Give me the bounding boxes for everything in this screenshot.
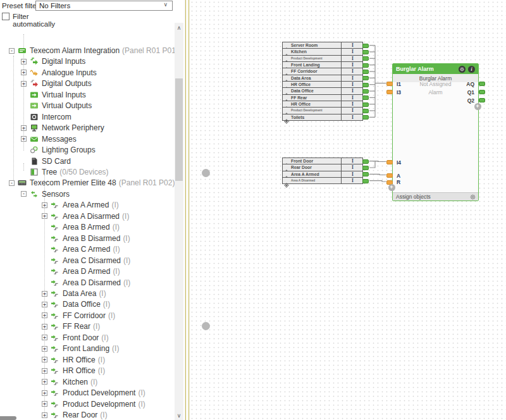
collapse-toggle[interactable]: - <box>9 48 15 54</box>
tree-item-area-c-armed[interactable]: Area C Armed(I) <box>0 244 175 254</box>
tree-item-tree[interactable]: Tree(0/50 Devices) <box>0 166 175 177</box>
output-connector[interactable] <box>362 115 369 120</box>
tree-item-sd-card[interactable]: SD Card <box>0 156 175 166</box>
tree-item-rear-door[interactable]: +Rear Door(I) <box>0 409 175 420</box>
tree-item-ff-rear[interactable]: +FF Rear(I) <box>0 321 175 332</box>
tree-item-virtual-inputs[interactable]: Virtual Inputs <box>0 89 175 100</box>
tree-item-lighting-groups[interactable]: Lighting Groups <box>0 144 175 155</box>
sensor-node-area-a-disarmed[interactable]: Area A DisarmedI <box>282 177 363 184</box>
tree-item-product-development[interactable]: +Product Development(I) <box>0 398 175 409</box>
wire[interactable] <box>369 174 386 175</box>
tree-item-network-periphery[interactable]: +Network Periphery <box>0 122 175 133</box>
output-connector[interactable] <box>362 76 369 80</box>
expand-toggle[interactable]: + <box>21 125 27 131</box>
tree-item-sensors[interactable]: -Sensors <box>0 188 175 199</box>
logic-canvas[interactable]: Server RoomIKitchenIProduct DevelopmentI… <box>190 0 506 420</box>
wire[interactable] <box>369 161 378 168</box>
scroll-up-arrow-icon[interactable]: ∧ <box>175 23 183 32</box>
input-connector-i1[interactable] <box>386 82 393 86</box>
collapse-toggle[interactable]: - <box>9 180 15 186</box>
tree-item-analogue-inputs[interactable]: +Analogue Inputs <box>0 67 175 78</box>
tree-item-area-c-disarmed[interactable]: Area C Disarmed(I) <box>0 255 175 266</box>
expand-toggle[interactable]: + <box>21 81 27 87</box>
output-connector[interactable] <box>362 159 369 164</box>
expand-toggle[interactable]: + <box>42 302 47 307</box>
output-connector[interactable] <box>362 83 369 87</box>
tree-item-product-development[interactable]: +Product Development(I) <box>0 387 175 398</box>
wire[interactable] <box>369 181 386 182</box>
output-connector-q1[interactable] <box>479 90 485 94</box>
tree-item-area-a-armed[interactable]: +Area A Armed(I) <box>0 200 175 211</box>
collapse-toggle[interactable]: - <box>21 191 27 197</box>
burglar-alarm-block[interactable]: Burglar Alarm i Burglar Alarm I1Not Assi… <box>392 63 479 201</box>
expand-toggle[interactable]: + <box>42 202 47 208</box>
expand-toggle[interactable]: + <box>42 335 47 340</box>
expand-toggle[interactable]: + <box>42 213 47 219</box>
add-output-button[interactable]: + <box>474 103 481 110</box>
preset-filters-select[interactable]: No Filters ∨ <box>35 1 173 11</box>
expand-toggle[interactable]: + <box>42 379 47 385</box>
output-connector[interactable] <box>362 56 369 61</box>
expand-toggle[interactable]: + <box>42 390 47 396</box>
expand-toggle[interactable]: + <box>42 291 47 297</box>
tree-item-area-d-disarmed[interactable]: Area D Disarmed(I) <box>0 277 175 288</box>
tree-item-digital-outputs[interactable]: +Digital Outputs <box>0 78 175 89</box>
tree-item-texecom-alarm-integration[interactable]: -Texecom Alarm Integration(Panel R01 P01… <box>0 45 175 56</box>
tree-item-area-b-armed[interactable]: Area B Armed(I) <box>0 222 175 233</box>
output-connector[interactable] <box>362 96 369 100</box>
output-connector[interactable] <box>362 44 369 48</box>
tree-item-kitchen[interactable]: +Kitchen(I) <box>0 376 175 387</box>
tree-item-area-b-disarmed[interactable]: Area B Disarmed(I) <box>0 233 175 244</box>
output-connector[interactable] <box>362 172 369 176</box>
output-connector[interactable] <box>362 89 369 94</box>
tree-scrollbar[interactable]: ∧ ∨ <box>175 23 183 420</box>
scrollbar-thumb[interactable] <box>175 78 183 181</box>
tree-item-hr-office[interactable]: +HR Office(I) <box>0 354 175 365</box>
output-connector[interactable] <box>362 179 369 183</box>
scroll-down-arrow-icon[interactable]: ∨ <box>175 411 183 420</box>
output-connector[interactable] <box>362 70 369 74</box>
tree-item-intercom[interactable]: Intercom <box>0 111 175 122</box>
block-settings-button[interactable] <box>459 66 466 73</box>
expand-toggle[interactable]: + <box>42 346 47 352</box>
expand-toggle[interactable]: + <box>21 136 27 142</box>
expand-toggle[interactable]: + <box>42 312 47 318</box>
tree-item-area-d-armed[interactable]: Area D Armed(I) <box>0 266 175 276</box>
assign-objects-bar[interactable]: Assign objects <box>393 192 478 201</box>
tree-item-texecom-premier-elite-48[interactable]: -Texecom Premier Elite 48(Panel R01 P02) <box>0 178 175 188</box>
tree-item-data-area[interactable]: +Data Area(I) <box>0 288 175 299</box>
sensor-node-toilets[interactable]: ToiletsI <box>282 114 363 121</box>
input-connector-a[interactable] <box>386 173 393 178</box>
block-info-button[interactable]: i <box>468 66 475 73</box>
expand-toggle[interactable]: + <box>42 401 47 407</box>
tree-item-area-a-disarmed[interactable]: +Area A Disarmed(I) <box>0 211 175 221</box>
expand-toggle[interactable]: + <box>42 357 47 362</box>
input-connector-i3[interactable] <box>386 90 393 94</box>
input-connector-i4[interactable] <box>386 160 393 164</box>
tree-item-messages[interactable]: +Messages <box>0 133 175 144</box>
output-connector[interactable] <box>362 50 369 54</box>
expand-toggle[interactable]: + <box>21 70 27 75</box>
tree-item-ff-corridoor[interactable]: +FF Corridoor(I) <box>0 310 175 321</box>
output-connector-q2[interactable] <box>479 98 485 102</box>
output-connector[interactable] <box>362 63 369 68</box>
add-input-button[interactable]: + <box>388 184 395 191</box>
expand-toggle[interactable]: + <box>21 59 27 65</box>
output-connector[interactable] <box>362 109 369 113</box>
block-header[interactable]: Burglar Alarm i <box>393 64 478 74</box>
tree-item-data-office[interactable]: +Data Office(I) <box>0 299 175 310</box>
expand-toggle[interactable]: + <box>42 368 47 374</box>
panel-splitter[interactable] <box>185 0 190 420</box>
gear-icon[interactable] <box>470 194 476 200</box>
output-connector-aq[interactable] <box>479 82 485 86</box>
tree-item-front-door[interactable]: +Front Door(I) <box>0 332 175 343</box>
tree-item-front-landing[interactable]: +Front Landing(I) <box>0 343 175 354</box>
input-assignment-i1[interactable]: Not Assigned <box>393 81 478 87</box>
gear-icon[interactable] <box>284 179 289 184</box>
gear-icon[interactable] <box>284 115 289 120</box>
output-connector[interactable] <box>362 166 369 170</box>
tree-item-digital-inputs[interactable]: +Digital Inputs <box>0 56 175 67</box>
tree-item-hr-office[interactable]: +HR Office(I) <box>0 365 175 376</box>
input-assignment-i3[interactable]: Alarm <box>393 89 478 96</box>
tree-item-virtual-outputs[interactable]: Virtual Outputs <box>0 101 175 111</box>
